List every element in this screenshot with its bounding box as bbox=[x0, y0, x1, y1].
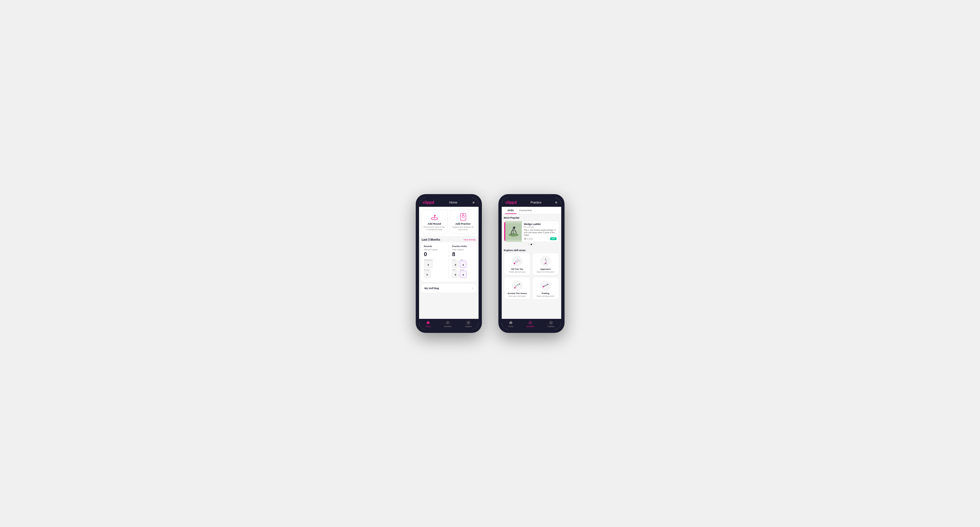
putt-box: 4 bbox=[460, 271, 466, 278]
nav-home[interactable]: Home bbox=[508, 321, 514, 327]
drill-footer: 9 shots APP bbox=[524, 237, 557, 240]
popular-title: Most Popular bbox=[504, 216, 559, 219]
skill-off-the-tee[interactable]: Off The Tee Power and accuracy bbox=[504, 253, 531, 275]
skill-around-green[interactable]: Around The Green Hone your short game bbox=[504, 277, 531, 300]
popular-section: Most Popular bbox=[502, 214, 561, 248]
svg-point-7 bbox=[447, 322, 449, 323]
approach-desc: Dial-in to hit the green bbox=[537, 271, 554, 273]
svg-rect-11 bbox=[513, 228, 514, 234]
home-icon bbox=[426, 321, 430, 325]
svg-point-22 bbox=[546, 262, 547, 263]
rounds-total: 0 bbox=[424, 251, 445, 257]
off-the-tee-name: Off The Tee bbox=[511, 268, 523, 270]
putting-name: Putting bbox=[542, 292, 549, 295]
explore-title: Explore skill areas bbox=[502, 248, 561, 253]
menu-icon[interactable]: ≡ bbox=[555, 200, 557, 205]
nav-home[interactable]: Home bbox=[426, 321, 431, 327]
tab-drills[interactable]: Drills bbox=[505, 207, 517, 214]
dot-3 bbox=[533, 244, 535, 245]
around-green-desc: Hone your short game bbox=[508, 295, 526, 297]
dot-1 bbox=[528, 244, 530, 245]
home-screen: clippd Home ≡ Add Round Re bbox=[419, 197, 479, 330]
practice-val: 0 bbox=[426, 273, 428, 276]
off-the-tee-desc: Power and accuracy bbox=[509, 271, 525, 273]
drills-total: 8 bbox=[452, 251, 474, 257]
practice-icon bbox=[459, 213, 468, 221]
action-cards: Add Round Record your shots in fast or e… bbox=[419, 207, 479, 236]
nav-activities[interactable]: Activities bbox=[527, 321, 535, 327]
phone-practice: clippd Practice ≡ Drills Favourites Most… bbox=[498, 194, 565, 333]
add-practice-title: Add Practice bbox=[455, 222, 471, 225]
view-activity-link[interactable]: View Activity bbox=[463, 238, 476, 241]
svg-point-37 bbox=[550, 322, 552, 323]
golf-hole-icon bbox=[430, 213, 439, 221]
add-round-card[interactable]: Add Round Record your shots in fast or e… bbox=[421, 210, 448, 234]
practice-screen: clippd Practice ≡ Drills Favourites Most… bbox=[502, 197, 561, 330]
add-practice-desc: Capture your practice off-the-course bbox=[452, 226, 474, 231]
putt-val: 4 bbox=[462, 273, 464, 276]
drill-card-wedge[interactable]: Wedge Ladder ☆ 50–100 yds Play 1 shot at… bbox=[504, 221, 559, 242]
app-box: 4 bbox=[460, 261, 466, 268]
approach-icon bbox=[540, 256, 551, 267]
add-round-title: Add Round bbox=[428, 222, 441, 225]
svg-point-20 bbox=[546, 260, 547, 261]
drill-desc: Play 1 shot at each target yardage. If y… bbox=[524, 229, 557, 236]
star-icon[interactable]: ☆ bbox=[554, 223, 557, 225]
stats-card: Rounds Rounds Capture 0 Tournament 0 bbox=[421, 242, 476, 282]
rounds-col: Rounds Rounds Capture 0 Tournament 0 bbox=[424, 245, 445, 279]
dots-indicator bbox=[504, 242, 559, 246]
tournament-label: Tournament bbox=[424, 259, 433, 261]
nav-capture[interactable]: Capture bbox=[465, 321, 472, 327]
practice-box: 0 bbox=[424, 271, 431, 278]
skill-approach[interactable]: Approach Dial-in to hit the green bbox=[532, 253, 559, 275]
svg-point-6 bbox=[463, 214, 463, 215]
drill-card-body: Wedge Ladder ☆ 50–100 yds Play 1 shot at… bbox=[522, 221, 559, 242]
home-icon bbox=[509, 321, 513, 325]
drills-col: Practice Drills Drills Capture 8 OTT 0 A… bbox=[452, 245, 474, 279]
golf-bag-row[interactable]: My Golf Bag › bbox=[421, 284, 476, 292]
drills-bottom-row: ARG 0 PUTT 4 bbox=[452, 269, 474, 278]
skill-putting[interactable]: Putting Make and lag practice bbox=[532, 277, 559, 300]
rounds-title: Rounds bbox=[424, 245, 445, 248]
capture-icon bbox=[549, 321, 553, 325]
menu-icon[interactable]: ≡ bbox=[473, 200, 475, 205]
putting-icon bbox=[540, 280, 551, 291]
practice-bottom-nav: Home Activities Capture bbox=[502, 319, 561, 330]
drills-capture-label: Drills Capture bbox=[452, 249, 474, 251]
capture-icon bbox=[466, 321, 471, 325]
phone-home: clippd Home ≡ Add Round Re bbox=[416, 194, 482, 333]
putting-desc: Make and lag practice bbox=[537, 295, 554, 297]
svg-point-17 bbox=[514, 263, 515, 264]
svg-point-24 bbox=[512, 281, 522, 290]
tournament-box: 0 bbox=[424, 261, 433, 268]
drills-top-row: OTT 0 APP 4 bbox=[452, 259, 474, 268]
nav-capture[interactable]: Capture bbox=[547, 321, 554, 327]
practice-row: Practice 0 bbox=[424, 269, 445, 278]
arg-box: 0 bbox=[452, 271, 459, 278]
nav-activities[interactable]: Activities bbox=[444, 321, 452, 327]
tournament-val: 0 bbox=[428, 264, 429, 266]
tab-favourites[interactable]: Favourites bbox=[517, 207, 535, 214]
tabs-bar: Drills Favourites bbox=[502, 207, 561, 214]
svg-point-36 bbox=[530, 322, 531, 323]
app-val: 4 bbox=[462, 264, 464, 266]
activity-title: Last 3 Months bbox=[422, 238, 440, 241]
add-round-desc: Record your shots in fast or enhanced mo… bbox=[423, 226, 446, 231]
around-green-name: Around The Green bbox=[508, 292, 527, 295]
page-title: Practice bbox=[530, 201, 541, 204]
tournament-row: Tournament 0 bbox=[424, 259, 445, 268]
svg-point-19 bbox=[545, 259, 546, 260]
drill-range: 50–100 yds bbox=[524, 226, 557, 228]
ott-box: 0 bbox=[452, 261, 459, 268]
drill-card-header: Wedge Ladder ☆ bbox=[524, 223, 557, 225]
add-practice-card[interactable]: Add Practice Capture your practice off-t… bbox=[450, 210, 476, 234]
logo: clippd bbox=[423, 200, 434, 205]
home-content: Add Round Record your shots in fast or e… bbox=[419, 207, 479, 319]
svg-point-12 bbox=[513, 227, 515, 229]
svg-point-4 bbox=[462, 215, 464, 217]
drill-shots: 9 shots bbox=[524, 238, 533, 240]
arg-val: 0 bbox=[455, 273, 456, 276]
practice-content: Most Popular bbox=[502, 214, 561, 319]
app-badge: APP bbox=[550, 237, 556, 240]
drill-image bbox=[505, 221, 522, 242]
